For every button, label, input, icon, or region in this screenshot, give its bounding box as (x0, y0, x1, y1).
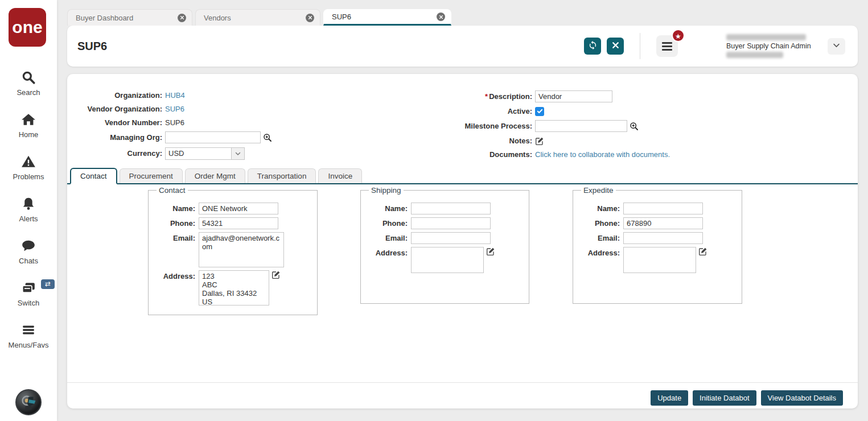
edit-address-icon[interactable] (698, 247, 707, 273)
sidebar-item-label: Chats (19, 257, 38, 265)
screen: one Search Home Problems Alerts Chats (0, 0, 868, 421)
tab-close-icon[interactable] (437, 13, 445, 21)
description-input[interactable] (535, 90, 612, 102)
page-title: SUP6 (77, 40, 107, 53)
header-divider (640, 33, 640, 59)
currency-label: Currency: (79, 149, 165, 158)
milestone-process-input[interactable] (535, 120, 627, 132)
shipping-legend: Shipping (369, 186, 404, 195)
tab-buyer-dashboard[interactable]: Buyer Dashboard (67, 9, 192, 26)
tab-transportation[interactable]: Transportation (248, 168, 316, 183)
close-icon (611, 40, 620, 52)
sidebar-item-chats[interactable]: Chats (19, 238, 38, 265)
tab-close-icon[interactable] (178, 14, 186, 22)
tab-label: Vendors (204, 14, 231, 22)
user-name-blurred (726, 34, 806, 40)
milestone-process-label: Milestone Process: (437, 122, 535, 130)
footer-divider (67, 382, 858, 383)
sidebar-nav: Search Home Problems Alerts Chats ⇄ S (0, 55, 57, 349)
detail-tabs: Contact Procurement Order Mgmt Transport… (67, 167, 858, 184)
currency-select[interactable]: USD (165, 147, 245, 160)
sidebar-item-switch[interactable]: ⇄ Switch (18, 280, 39, 307)
vendor-number-value: SUP6 (165, 118, 184, 127)
contact-legend: Contact (157, 186, 188, 195)
sidebar-item-label: Alerts (19, 214, 38, 223)
chevron-down-icon[interactable] (231, 148, 244, 159)
notes-label: Notes: (437, 137, 535, 145)
currency-selected-value: USD (166, 148, 231, 159)
email-label: Email: (367, 232, 411, 244)
sidebar-item-label: Menus/Favs (9, 341, 49, 349)
databot-icon[interactable] (15, 389, 42, 415)
update-button[interactable]: Update (651, 390, 688, 406)
expedite-phone-input[interactable] (623, 217, 703, 229)
sidebar: one Search Home Problems Alerts Chats (0, 0, 57, 421)
close-button[interactable] (607, 38, 624, 55)
expedite-name-input[interactable] (623, 203, 703, 214)
initiate-databot-button[interactable]: Initiate Databot (693, 390, 756, 406)
expedite-email-input[interactable] (623, 232, 703, 244)
contact-phone-input[interactable] (199, 217, 278, 229)
zoom-in-icon[interactable] (263, 133, 272, 142)
sidebar-item-menus-favs[interactable]: Menus/Favs (9, 323, 49, 349)
phone-label: Phone: (579, 217, 623, 229)
vendor-detail-panel: Organization: HUB4 Vendor Organization: … (67, 74, 858, 408)
vendor-number-label: Vendor Number: (79, 118, 165, 127)
user-menu-button[interactable] (828, 38, 845, 55)
edit-address-icon[interactable] (486, 247, 495, 273)
tab-label: SUP6 (332, 13, 351, 21)
tab-vendors[interactable]: Vendors (195, 9, 320, 26)
managing-org-input[interactable] (165, 131, 261, 143)
refresh-button[interactable] (584, 38, 601, 55)
contact-email-input[interactable]: ajadhav@onenetwork.com (199, 232, 284, 267)
sidebar-item-alerts[interactable]: Alerts (19, 196, 38, 223)
user-org-blurred (726, 52, 783, 58)
shipping-address-input[interactable] (411, 247, 484, 273)
organization-link[interactable]: HUB4 (165, 91, 185, 100)
tab-sup6[interactable]: SUP6 (323, 9, 451, 26)
user-info: Buyer Supply Chain Admin (726, 32, 811, 60)
form-right-column: *Description: Active: Milestone Process:… (437, 89, 790, 162)
sidebar-item-search[interactable]: Search (17, 70, 40, 97)
edit-notes-icon[interactable] (535, 137, 544, 146)
tab-contact[interactable]: Contact (70, 168, 117, 184)
zoom-in-icon[interactable] (630, 122, 639, 131)
footer-actions: Update Initiate Databot View Databot Det… (651, 390, 843, 406)
bell-icon (21, 196, 36, 213)
sidebar-item-label: Home (19, 130, 39, 139)
active-checkbox[interactable] (535, 107, 544, 116)
edit-address-icon[interactable] (271, 270, 281, 306)
sidebar-item-label: Switch (18, 299, 39, 307)
tab-close-icon[interactable] (306, 14, 314, 22)
user-role: Buyer Supply Chain Admin (726, 42, 811, 50)
shipping-name-input[interactable] (411, 203, 491, 214)
address-label: Address: (367, 247, 411, 273)
contact-name-input[interactable] (199, 203, 278, 214)
view-databot-details-button[interactable]: View Databot Details (761, 390, 843, 406)
tab-label: Buyer Dashboard (76, 14, 133, 22)
switch-icon (21, 280, 36, 298)
expedite-legend: Expedite (581, 186, 616, 195)
one-logo-text: one (12, 18, 42, 37)
tab-invoice[interactable]: Invoice (318, 168, 362, 183)
shipping-email-input[interactable] (411, 232, 491, 244)
expedite-fieldset: Expedite Name: Phone: Email: Address: (573, 186, 742, 304)
sidebar-item-label: Problems (13, 172, 44, 181)
documents-label: Documents: (437, 150, 535, 159)
required-marker: * (485, 92, 488, 101)
swap-arrows-icon[interactable]: ⇄ (41, 279, 55, 289)
menu-icon (21, 323, 36, 340)
vendor-organization-label: Vendor Organization: (79, 105, 165, 113)
tab-procurement[interactable]: Procurement (120, 168, 183, 183)
shipping-phone-input[interactable] (411, 217, 491, 229)
vendor-organization-link[interactable]: SUP6 (165, 105, 184, 113)
tab-order-mgmt[interactable]: Order Mgmt (185, 168, 245, 183)
expedite-address-input[interactable] (623, 247, 696, 273)
sidebar-item-problems[interactable]: Problems (13, 154, 44, 181)
one-logo[interactable]: one (9, 8, 46, 47)
contact-address-input[interactable]: 123 ABC Dallas, RI 33432 US (199, 270, 269, 306)
favorites-menu-button[interactable]: ★ (656, 35, 678, 57)
documents-collaborate-link[interactable]: Click here to collaborate with documents… (535, 150, 670, 159)
sidebar-item-home[interactable]: Home (19, 112, 39, 139)
active-label: Active: (437, 107, 535, 115)
